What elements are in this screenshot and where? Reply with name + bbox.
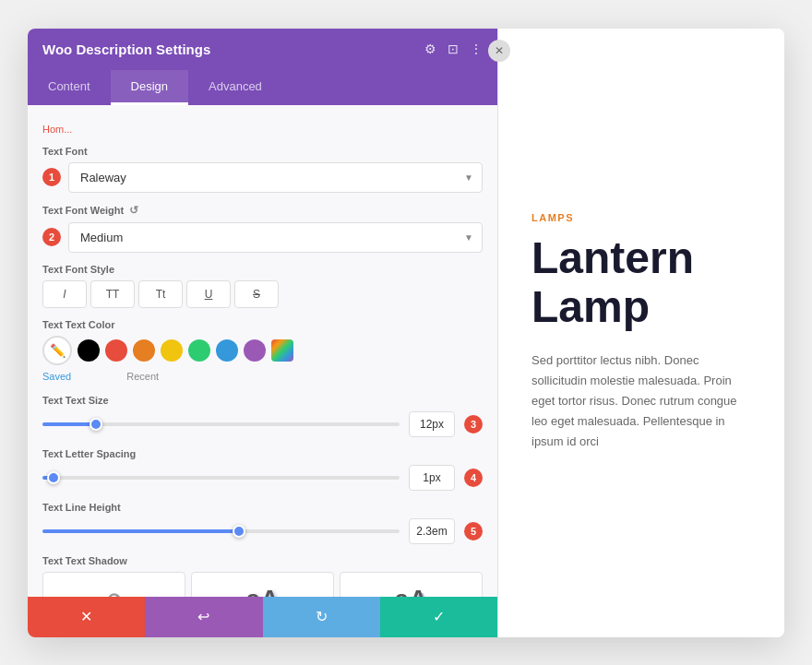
text-size-thumb[interactable] <box>90 418 102 431</box>
color-blue[interactable] <box>216 339 238 362</box>
letter-spacing-label: Text Letter Spacing <box>42 448 483 459</box>
font-style-buttons: I TT Tt U S <box>42 280 483 308</box>
reset-icon-weight[interactable]: ↺ <box>129 204 138 217</box>
tab-advanced[interactable]: Advanced <box>188 70 282 105</box>
color-purple[interactable] <box>244 339 266 362</box>
color-red[interactable] <box>105 339 127 362</box>
product-category: LAMPS <box>531 212 751 223</box>
tab-design[interactable]: Design <box>111 70 188 105</box>
tabs-row: Content Design Advanced <box>28 70 497 105</box>
saved-label[interactable]: Saved <box>42 371 71 382</box>
text-size-slider-section: 12px 3 <box>42 411 483 437</box>
badge-4: 4 <box>464 469 483 487</box>
line-height-slider-section: 2.3em 5 <box>42 518 483 544</box>
shadow-grid: ⊘ aA aA aA aA aA <box>42 572 483 597</box>
letter-spacing-track[interactable] <box>42 476 400 480</box>
letter-spacing-slider-section: 1px 4 <box>42 465 483 491</box>
color-section: ✏️ Saved Recent <box>42 336 483 382</box>
style-italic-btn[interactable]: I <box>42 280 87 308</box>
reset-button[interactable]: ↩ <box>145 597 262 637</box>
letter-spacing-thumb[interactable] <box>47 471 60 484</box>
text-font-row: 1 Raleway ▼ <box>42 162 483 193</box>
badge-3: 3 <box>464 415 483 433</box>
style-caps2-btn[interactable]: Tt <box>138 280 183 308</box>
color-green[interactable] <box>188 339 210 362</box>
bottom-bar: ✕ ↩ ↻ ✓ <box>28 597 497 637</box>
text-color-label: Text Text Color <box>42 319 483 330</box>
outer-wrapper: Woo Description Settings ⚙ ⊡ ⋮ Content D… <box>0 0 812 665</box>
style-underline-btn[interactable]: U <box>186 280 231 308</box>
shadow-hard-btn[interactable]: aA <box>340 572 483 597</box>
panel-header-icons: ⚙ ⊡ ⋮ <box>424 42 483 56</box>
panel-header: Woo Description Settings ⚙ ⊡ ⋮ <box>28 29 497 70</box>
badge-5: 5 <box>464 522 483 540</box>
text-font-weight-select-wrapper: Medium ▼ <box>68 222 483 253</box>
line-height-track[interactable] <box>42 529 400 533</box>
text-font-select-wrapper: Raleway ▼ <box>68 162 483 193</box>
panel-content: Hom... Text Font 1 Raleway ▼ Te <box>28 105 497 597</box>
badge-1: 1 <box>42 168 61 186</box>
text-font-label: Text Font <box>42 146 483 157</box>
line-height-fill <box>42 529 239 533</box>
text-font-weight-row: 2 Medium ▼ <box>42 222 483 253</box>
text-size-track[interactable] <box>42 422 400 426</box>
cancel-button[interactable]: ✕ <box>28 597 145 637</box>
left-panel: Woo Description Settings ⚙ ⊡ ⋮ Content D… <box>28 29 498 637</box>
duplicate-icon[interactable]: ⊡ <box>448 42 459 56</box>
breadcrumb: Hom... <box>42 118 483 137</box>
line-height-thumb[interactable] <box>233 525 245 538</box>
redo-button[interactable]: ↻ <box>263 597 380 637</box>
color-gradient-btn[interactable] <box>271 339 293 362</box>
letter-spacing-value[interactable]: 1px <box>409 465 455 491</box>
recent-label[interactable]: Recent <box>126 371 159 382</box>
shadow-soft-btn[interactable]: aA <box>191 572 334 597</box>
line-height-value[interactable]: 2.3em <box>409 518 455 544</box>
right-panel: LAMPS Lantern Lamp Sed porttitor lectus … <box>498 29 784 637</box>
color-row: ✏️ <box>42 336 483 365</box>
save-button[interactable]: ✓ <box>380 597 497 637</box>
letter-spacing-slider-row: 1px 4 <box>42 465 483 491</box>
text-size-value[interactable]: 12px <box>409 411 455 437</box>
product-title-line2: Lamp <box>531 282 650 331</box>
color-sub-row: Saved Recent <box>42 371 483 382</box>
text-size-label: Text Text Size <box>42 395 483 406</box>
style-strikethrough-btn[interactable]: S <box>234 280 279 308</box>
text-shadow-label: Text Text Shadow <box>42 555 483 566</box>
tab-content[interactable]: Content <box>28 70 111 105</box>
product-title: Lantern Lamp <box>531 234 751 332</box>
text-size-fill <box>42 422 96 426</box>
text-font-weight-label: Text Font Weight ↺ <box>42 204 483 217</box>
close-button[interactable]: ✕ <box>488 40 510 62</box>
settings-icon[interactable]: ⚙ <box>424 42 436 56</box>
text-font-select[interactable]: Raleway <box>68 162 483 193</box>
style-caps-btn[interactable]: TT <box>90 280 135 308</box>
color-picker-btn[interactable]: ✏️ <box>42 336 72 365</box>
product-description: Sed porttitor lectus nibh. Donec sollici… <box>531 350 751 452</box>
line-height-slider-row: 2.3em 5 <box>42 518 483 544</box>
color-black[interactable] <box>78 339 100 362</box>
badge-2: 2 <box>42 228 61 246</box>
more-icon[interactable]: ⋮ <box>470 42 483 56</box>
panel-title: Woo Description Settings <box>42 42 210 57</box>
text-font-style-label: Text Font Style <box>42 264 483 275</box>
color-orange[interactable] <box>133 339 155 362</box>
text-size-slider-row: 12px 3 <box>42 411 483 437</box>
main-container: Woo Description Settings ⚙ ⊡ ⋮ Content D… <box>28 29 784 637</box>
text-font-weight-select[interactable]: Medium <box>68 222 483 253</box>
product-title-line1: Lantern <box>531 233 694 282</box>
line-height-label: Text Line Height <box>42 502 483 513</box>
shadow-none-btn[interactable]: ⊘ <box>42 572 185 597</box>
color-yellow[interactable] <box>161 339 183 362</box>
